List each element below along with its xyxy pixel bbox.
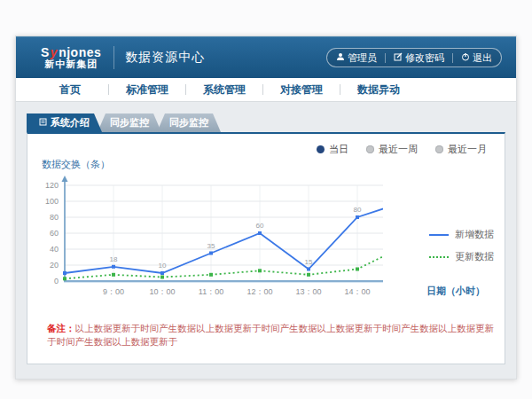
radio-today[interactable]: 当日 [317,143,348,156]
legend-label: 更新数据 [455,250,494,263]
tab-sync-monitor-2[interactable]: 同步监控 [157,113,221,132]
radio-dot [317,145,325,153]
nav-item-system-mgmt[interactable]: 系统管理 [186,82,262,98]
tab-bar: 系统介绍 同步监控 同步监控 [27,113,505,132]
legend-label: 新增数据 [455,228,494,241]
svg-text:80: 80 [354,206,362,214]
user-menu-label: 修改密码 [405,51,444,65]
x-axis-title: 日期（小时） [426,285,485,298]
header-divider [113,46,114,69]
change-password-button[interactable]: 修改密码 [394,51,444,65]
radio-dot [366,145,374,153]
user-menu-separator [452,53,453,63]
tab-sync-monitor-1[interactable]: 同步监控 [98,113,161,132]
svg-text:13：00: 13：00 [295,287,321,296]
svg-text:60: 60 [256,222,264,230]
logo: Synjones 新中新集团 [41,46,101,69]
svg-text:20: 20 [50,261,59,270]
svg-text:12：00: 12：00 [246,287,272,296]
legend-updated-data[interactable]: 更新数据 [429,250,494,263]
line-chart: 0204060801001209：0010：0011：0012：0013：001… [38,173,383,308]
svg-text:40: 40 [50,245,59,254]
document-icon [39,113,47,132]
app-header: Synjones 新中新集团 数据资源中心 管理员 修改密码 [16,36,516,78]
radio-label: 当日 [329,143,348,156]
legend-line-swatch [429,234,449,236]
svg-text:11：00: 11：00 [199,287,223,296]
user-icon [336,52,345,63]
legend-line-swatch [429,256,449,258]
nav-item-home[interactable]: 首页 [32,82,108,98]
chart-panel: 当日 最近一周 最近一月 数据交换（条） 0204060801001209：00… [27,132,505,364]
radio-label: 最近一周 [379,143,418,156]
user-menu-label: 退出 [473,51,492,65]
svg-text:80: 80 [50,213,59,222]
footnote: 备注：以上数据更新于时间产生数据以上数据更新于时间产生数据以上数据更新于时间产生… [47,322,494,348]
content-area: 系统介绍 同步监控 同步监控 当日 最近一周 [16,102,516,379]
svg-text:10：00: 10：00 [149,287,175,296]
radio-dot [435,145,443,153]
svg-text:18: 18 [110,255,118,263]
svg-text:10: 10 [159,262,167,270]
user-menu-label: 管理员 [348,51,377,65]
logo-text: Synjones [41,46,101,59]
main-nav: 首页 标准管理 系统管理 对接管理 数据异动 [16,78,516,102]
radio-last-month[interactable]: 最近一月 [435,143,487,156]
svg-text:0: 0 [54,277,59,286]
svg-text:100: 100 [45,197,59,206]
time-range-radios: 当日 最近一周 最近一月 [38,143,487,156]
nav-item-data-change[interactable]: 数据异动 [340,82,417,98]
radio-last-week[interactable]: 最近一周 [366,143,418,156]
svg-text:15: 15 [305,258,313,266]
power-icon [461,52,470,63]
radio-label: 最近一月 [448,143,487,156]
app-title: 数据资源中心 [125,50,205,66]
tab-label: 系统介绍 [51,113,90,132]
admin-user-button[interactable]: 管理员 [336,51,377,65]
footnote-label: 备注： [47,323,75,333]
logout-button[interactable]: 退出 [461,51,492,65]
nav-item-standard-mgmt[interactable]: 标准管理 [109,82,185,98]
user-menu: 管理员 修改密码 退出 [326,48,502,67]
tab-label: 同步监控 [169,113,208,132]
logo-accent-mark: y [50,45,59,59]
svg-text:14：00: 14：00 [344,287,370,296]
footnote-text: 以上数据更新于时间产生数据以上数据更新于时间产生数据以上数据更新于时间产生数据以… [47,323,494,347]
svg-text:60: 60 [50,229,59,238]
svg-text:120: 120 [45,181,59,190]
tab-label: 同步监控 [110,113,149,132]
user-menu-separator [385,53,386,63]
y-axis-title: 数据交换（条） [42,158,494,171]
logo-subtitle: 新中新集团 [41,59,101,70]
svg-text:9：00: 9：00 [103,287,124,296]
tab-system-intro[interactable]: 系统介绍 [27,113,102,132]
nav-item-interface-mgmt[interactable]: 对接管理 [263,82,340,98]
svg-text:35: 35 [207,242,215,250]
app-window: Synjones 新中新集团 数据资源中心 管理员 修改密码 [15,35,517,379]
edit-icon [394,52,403,63]
chart-area: 0204060801001209：0010：0011：0012：0013：001… [38,173,494,308]
legend-new-data[interactable]: 新增数据 [429,228,494,241]
